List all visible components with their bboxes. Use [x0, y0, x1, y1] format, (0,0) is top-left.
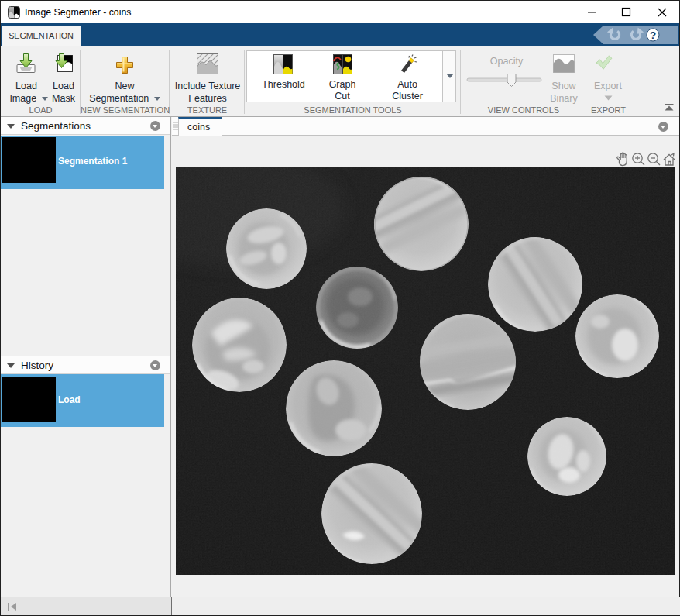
svg-text:?: ?	[650, 29, 656, 41]
